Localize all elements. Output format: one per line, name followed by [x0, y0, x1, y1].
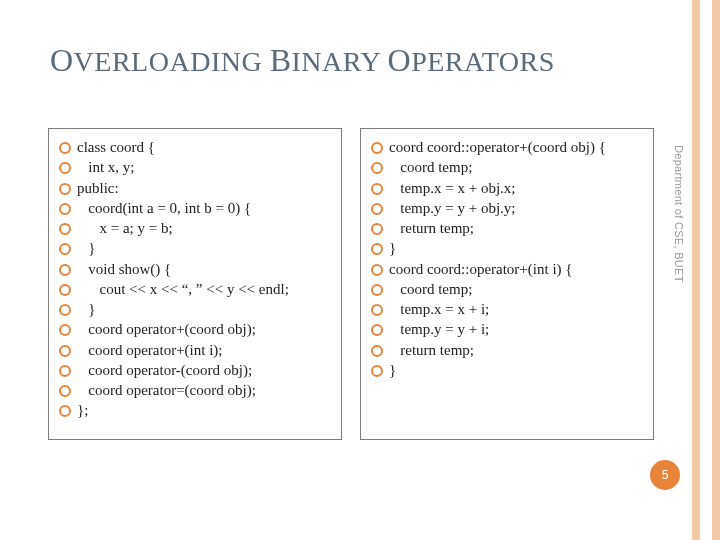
code-line: temp.y = y + obj.y;	[371, 198, 643, 218]
code-line: int x, y;	[59, 157, 331, 177]
code-line: return temp;	[371, 340, 643, 360]
code-line: x = a; y = b;	[59, 218, 331, 238]
code-line: };	[59, 400, 331, 420]
code-list-left: class coord { int x, y;public: coord(int…	[59, 137, 331, 421]
code-line: coord temp;	[371, 157, 643, 177]
code-line: temp.y = y + i;	[371, 319, 643, 339]
code-line: return temp;	[371, 218, 643, 238]
code-line: temp.x = x + obj.x;	[371, 178, 643, 198]
title-word2-rest: INARY	[291, 46, 380, 77]
code-line: }	[59, 299, 331, 319]
code-list-right: coord coord::operator+(coord obj) { coor…	[371, 137, 643, 380]
department-label: Department of CSE, BUET	[673, 145, 685, 283]
code-line: }	[371, 360, 643, 380]
code-line: coord coord::operator+(coord obj) {	[371, 137, 643, 157]
code-box-right: coord coord::operator+(coord obj) { coor…	[360, 128, 654, 440]
code-line: }	[371, 238, 643, 258]
slide-title: OVERLOADING BINARY OPERATORS	[50, 42, 555, 79]
page-number: 5	[662, 468, 669, 482]
title-word2-lead: B	[270, 42, 292, 78]
code-line: coord operator-(coord obj);	[59, 360, 331, 380]
code-line: public:	[59, 178, 331, 198]
accent-stripe-gap	[700, 0, 712, 540]
code-line: temp.x = x + i;	[371, 299, 643, 319]
code-line: coord operator+(int i);	[59, 340, 331, 360]
code-box-left: class coord { int x, y;public: coord(int…	[48, 128, 342, 440]
title-word1-lead: O	[50, 42, 74, 78]
code-line: coord(int a = 0, int b = 0) {	[59, 198, 331, 218]
title-word1-rest: VERLOADING	[74, 46, 263, 77]
code-line: cout << x << “, ” << y << endl;	[59, 279, 331, 299]
code-line: void show() {	[59, 259, 331, 279]
code-line: class coord {	[59, 137, 331, 157]
code-line: }	[59, 238, 331, 258]
code-line: coord operator=(coord obj);	[59, 380, 331, 400]
code-line: coord coord::operator+(int i) {	[371, 259, 643, 279]
page-number-badge: 5	[650, 460, 680, 490]
code-line: coord operator+(coord obj);	[59, 319, 331, 339]
title-word3-lead: O	[388, 42, 412, 78]
title-word3-rest: PERATORS	[411, 46, 555, 77]
code-line: coord temp;	[371, 279, 643, 299]
